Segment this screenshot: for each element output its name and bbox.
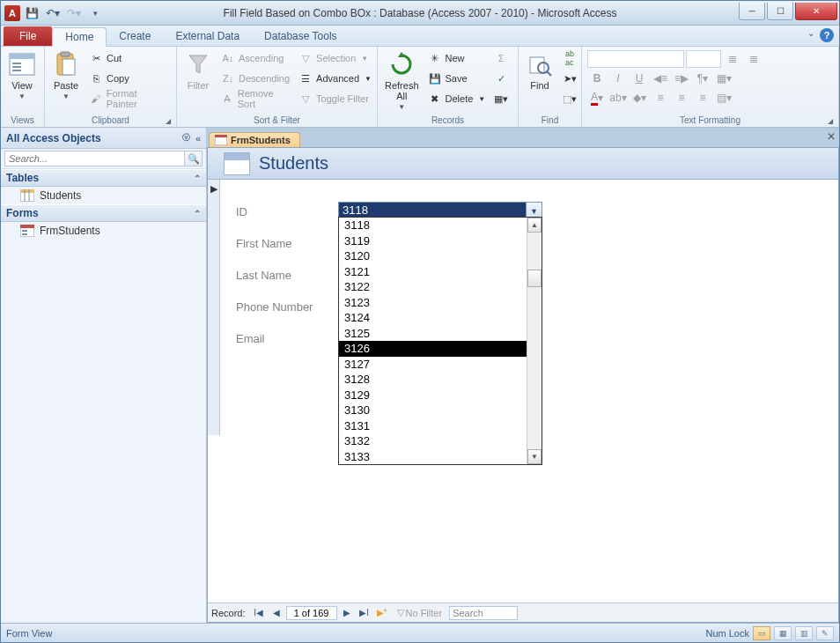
format-painter-button[interactable]: 🖌Format Painter <box>85 89 173 108</box>
paste-button[interactable]: Paste ▼ <box>48 48 84 102</box>
nav-item-students-table[interactable]: Students <box>1 187 206 204</box>
tab-database-tools[interactable]: Database Tools <box>252 26 350 46</box>
dropdown-item[interactable]: 3127 <box>339 357 527 373</box>
advanced-button[interactable]: ☰Advanced▼ <box>295 69 375 88</box>
alt-row-icon[interactable]: ▤▾ <box>714 89 733 107</box>
goto-button[interactable]: ➤▾ <box>559 69 580 88</box>
dropdown-item[interactable]: 3128 <box>339 372 527 388</box>
find-button[interactable]: Find <box>522 48 557 92</box>
nav-search-input[interactable] <box>4 151 185 166</box>
dropdown-item[interactable]: 3126 <box>339 341 527 357</box>
first-record-icon[interactable]: I◀ <box>251 605 267 621</box>
align-center-icon[interactable]: ≡ <box>672 89 691 107</box>
text-dir-icon[interactable]: ¶▾ <box>693 70 712 87</box>
align-right-icon[interactable]: ≡ <box>693 89 712 107</box>
remove-sort-button[interactable]: A̶Remove Sort <box>217 89 293 108</box>
fill-color-button[interactable]: ◆▾ <box>630 89 649 107</box>
record-position-input[interactable] <box>286 606 337 620</box>
dropdown-item[interactable]: 3124 <box>339 310 527 326</box>
tab-home[interactable]: Home <box>52 27 107 47</box>
layout-view-icon[interactable]: ▥ <box>795 626 813 640</box>
nav-group-forms[interactable]: Forms⌃ <box>1 204 206 222</box>
qat-undo-icon[interactable]: ↶▾ <box>43 4 63 23</box>
italic-button[interactable]: I <box>608 70 628 87</box>
nav-dropdown-icon[interactable]: ⓥ <box>182 132 190 144</box>
delete-button[interactable]: ✖Delete▼ <box>424 89 490 108</box>
toggle-filter-button[interactable]: ▽Toggle Filter <box>295 89 375 108</box>
align-left-icon[interactable]: ≡ <box>651 89 670 107</box>
nav-group-tables[interactable]: Tables⌃ <box>1 169 206 187</box>
font-color-button[interactable]: A▾ <box>587 89 607 107</box>
last-record-icon[interactable]: ▶I <box>357 605 372 621</box>
copy-button[interactable]: ⎘Copy <box>85 69 173 88</box>
new-button[interactable]: ✳New <box>424 48 490 68</box>
font-combo[interactable] <box>587 50 684 68</box>
totals-button[interactable]: Σ <box>490 48 512 68</box>
dropdown-item[interactable]: 3131 <box>339 418 527 434</box>
numbering-icon[interactable]: ≣ <box>744 50 763 68</box>
record-search-input[interactable] <box>449 606 518 620</box>
descending-button[interactable]: Z↓Descending <box>217 69 293 88</box>
cut-button[interactable]: ✂Cut <box>85 48 173 68</box>
nav-item-frmstudents[interactable]: FrmStudents <box>1 222 206 240</box>
gridlines-icon[interactable]: ▦▾ <box>714 70 733 87</box>
document-tab-frmstudents[interactable]: FrmStudents <box>209 132 300 147</box>
replace-button[interactable]: abac <box>559 48 580 68</box>
datasheet-view-icon[interactable]: ▦ <box>774 626 792 640</box>
scroll-up-icon[interactable]: ▲ <box>527 218 542 233</box>
dropdown-item[interactable]: 3130 <box>339 403 527 418</box>
dropdown-item[interactable]: 3125 <box>339 326 527 342</box>
ascending-button[interactable]: A↓Ascending <box>217 48 293 68</box>
tab-external-data[interactable]: External Data <box>163 26 252 46</box>
close-document-icon[interactable]: ✕ <box>827 130 836 143</box>
dropdown-scrollbar[interactable]: ▲ ▼ <box>527 218 542 464</box>
bold-button[interactable]: B <box>587 70 607 87</box>
minimize-ribbon-icon[interactable]: ⌄ <box>807 28 814 38</box>
bullets-icon[interactable]: ≣ <box>723 50 742 68</box>
next-record-icon[interactable]: ▶ <box>339 605 355 621</box>
dropdown-item[interactable]: 3119 <box>339 233 527 249</box>
form-view-icon[interactable]: ▭ <box>753 626 770 640</box>
indent-inc-icon[interactable]: ≡▶ <box>672 70 691 87</box>
indent-dec-icon[interactable]: ◀≡ <box>651 70 670 87</box>
record-selector[interactable]: ▶ <box>208 180 220 435</box>
text-dialog-icon[interactable]: ◢ <box>828 117 833 125</box>
design-view-icon[interactable]: ✎ <box>816 626 834 640</box>
scroll-down-icon[interactable]: ▼ <box>527 449 542 464</box>
dropdown-item[interactable]: 3121 <box>339 264 527 280</box>
spelling-button[interactable]: ✓ <box>490 69 512 88</box>
close-button[interactable]: ✕ <box>795 3 837 20</box>
view-button[interactable]: View ▼ <box>4 48 40 102</box>
maximize-button[interactable]: ☐ <box>767 3 793 20</box>
qat-redo-icon[interactable]: ↷▾ <box>64 4 84 23</box>
select-button[interactable]: ⬚▾ <box>559 89 580 108</box>
prev-record-icon[interactable]: ◀ <box>269 605 284 621</box>
tab-create[interactable]: Create <box>107 26 163 46</box>
selection-button[interactable]: ▽Selection▼ <box>295 48 375 68</box>
help-icon[interactable]: ? <box>820 28 834 42</box>
nav-collapse-icon[interactable]: « <box>195 133 201 144</box>
highlight-button[interactable]: ab▾ <box>608 89 628 107</box>
dropdown-item[interactable]: 3129 <box>339 388 527 403</box>
nav-header[interactable]: All Access Objects ⓥ « <box>1 128 206 149</box>
refresh-all-button[interactable]: Refresh All ▼ <box>381 48 423 113</box>
underline-button[interactable]: U <box>630 70 649 87</box>
dropdown-item[interactable]: 3118 <box>339 218 527 233</box>
minimize-button[interactable]: ─ <box>739 3 765 20</box>
dropdown-item[interactable]: 3133 <box>339 449 527 465</box>
clipboard-dialog-icon[interactable]: ◢ <box>166 117 171 125</box>
dropdown-item[interactable]: 3120 <box>339 248 527 264</box>
tab-file[interactable]: File <box>4 26 52 46</box>
dropdown-item[interactable]: 3123 <box>339 295 527 311</box>
filter-button[interactable]: Filter <box>181 48 216 92</box>
dropdown-item[interactable]: 3122 <box>339 279 527 295</box>
search-icon[interactable]: 🔍 <box>185 151 203 166</box>
scroll-thumb[interactable] <box>527 270 542 287</box>
qat-customize-icon[interactable]: ▾ <box>85 4 105 23</box>
save-button[interactable]: 💾Save <box>424 69 490 88</box>
qat-save-icon[interactable]: 💾 <box>22 4 41 23</box>
font-size-combo[interactable] <box>686 50 721 68</box>
more-button[interactable]: ▦▾ <box>490 89 512 108</box>
new-record-icon[interactable]: ▶* <box>374 605 390 621</box>
dropdown-item[interactable]: 3132 <box>339 433 527 449</box>
